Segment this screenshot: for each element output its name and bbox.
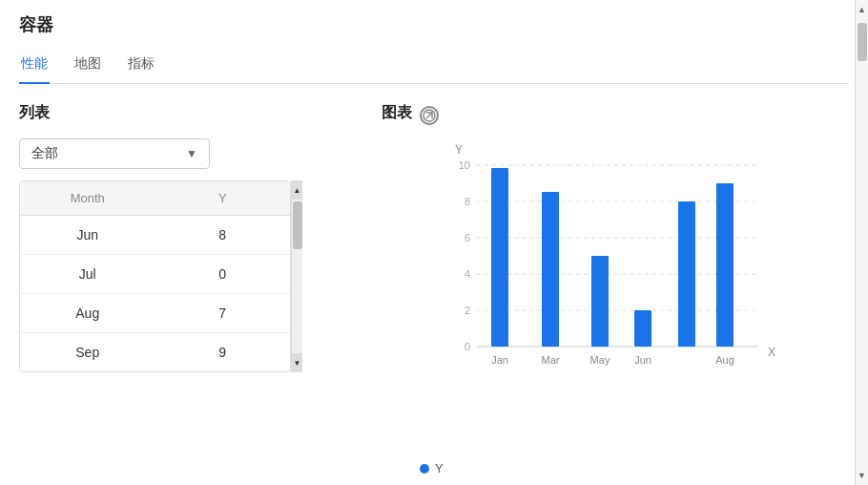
table-row: Aug 7: [20, 294, 290, 333]
chevron-down-icon: ▼: [186, 147, 197, 160]
svg-rect-17: [591, 256, 609, 347]
svg-text:May: May: [590, 354, 610, 366]
svg-text:Mar: Mar: [542, 354, 560, 366]
page-scroll-up[interactable]: ▲: [856, 0, 869, 19]
svg-rect-19: [678, 201, 695, 347]
cell-month-3: Sep: [20, 333, 155, 371]
tabs-container: 性能 地图 指标: [19, 48, 849, 84]
table-body: Jun 8 Jul 0 Aug 7 Sep 9: [20, 216, 290, 371]
page-scroll-thumb[interactable]: [858, 23, 867, 61]
page-title: 容器: [19, 13, 849, 36]
col-y: Y: [155, 181, 291, 215]
svg-rect-16: [542, 192, 559, 347]
cell-month-2: Aug: [20, 294, 155, 332]
table-row: Jul 0: [20, 255, 290, 294]
svg-rect-15: [491, 168, 508, 347]
cell-y-0: 8: [155, 216, 291, 254]
svg-text:4: 4: [465, 268, 470, 280]
left-panel: 列表 全部 ▼ Month Y Jun 8: [19, 103, 343, 475]
table-scroll-thumb[interactable]: [293, 201, 302, 249]
svg-text:6: 6: [465, 232, 470, 243]
link-icon: [423, 109, 436, 122]
svg-text:10: 10: [459, 159, 470, 171]
legend-dot-y: [420, 464, 429, 474]
tab-performance[interactable]: 性能: [19, 48, 50, 84]
table-header: Month Y: [20, 181, 290, 216]
svg-text:0: 0: [465, 341, 470, 352]
cell-month-1: Jul: [20, 255, 155, 293]
table-row: Jun 8: [20, 216, 290, 255]
filter-dropdown[interactable]: 全部 ▼: [19, 138, 210, 169]
cell-month-0: Jun: [20, 216, 155, 254]
main-content: 列表 全部 ▼ Month Y Jun 8: [0, 84, 868, 485]
legend-label-y: Y: [435, 461, 444, 475]
chart-link-icon[interactable]: [420, 106, 439, 125]
svg-rect-20: [716, 183, 734, 347]
chart-area: Y X 10 8 6 4: [382, 137, 849, 455]
table-scroll-down[interactable]: ▼: [292, 353, 302, 372]
table-scrollbar[interactable]: ▲ ▼: [291, 180, 302, 372]
svg-text:2: 2: [465, 305, 470, 316]
tab-map[interactable]: 地图: [72, 48, 103, 84]
data-table: Month Y Jun 8 Jul 0 Aug: [19, 180, 291, 372]
chart-legend: Y: [382, 461, 849, 475]
cell-y-1: 0: [155, 255, 291, 293]
list-section-title: 列表: [19, 103, 343, 123]
header: 容器 性能 地图 指标: [0, 0, 868, 84]
page-scroll-down[interactable]: ▼: [856, 466, 869, 485]
cell-y-3: 9: [155, 333, 291, 371]
svg-text:Jan: Jan: [491, 354, 508, 366]
svg-text:8: 8: [465, 196, 470, 207]
tab-metrics[interactable]: 指标: [126, 48, 156, 84]
svg-text:Aug: Aug: [715, 354, 734, 366]
svg-text:X: X: [768, 346, 775, 359]
svg-rect-18: [634, 310, 651, 347]
cell-y-2: 7: [155, 294, 291, 332]
dropdown-value: 全部: [31, 145, 58, 162]
chart-section-title: 图表: [382, 103, 412, 123]
svg-text:Jun: Jun: [634, 354, 651, 366]
bar-chart: Y X 10 8 6 4: [382, 137, 849, 385]
chart-header: 图表: [382, 103, 849, 127]
page-scrollbar[interactable]: ▲ ▼: [855, 0, 868, 485]
svg-text:Y: Y: [455, 143, 463, 157]
table-scroll-up[interactable]: ▲: [292, 180, 302, 200]
right-panel: 图表 Y X: [382, 103, 849, 475]
table-row: Sep 9: [20, 333, 290, 371]
col-month: Month: [20, 181, 155, 215]
page-container: ▲ ▼ 容器 性能 地图 指标 列表 全部 ▼ Month: [0, 0, 868, 485]
table-wrapper: Month Y Jun 8 Jul 0 Aug: [19, 180, 343, 372]
